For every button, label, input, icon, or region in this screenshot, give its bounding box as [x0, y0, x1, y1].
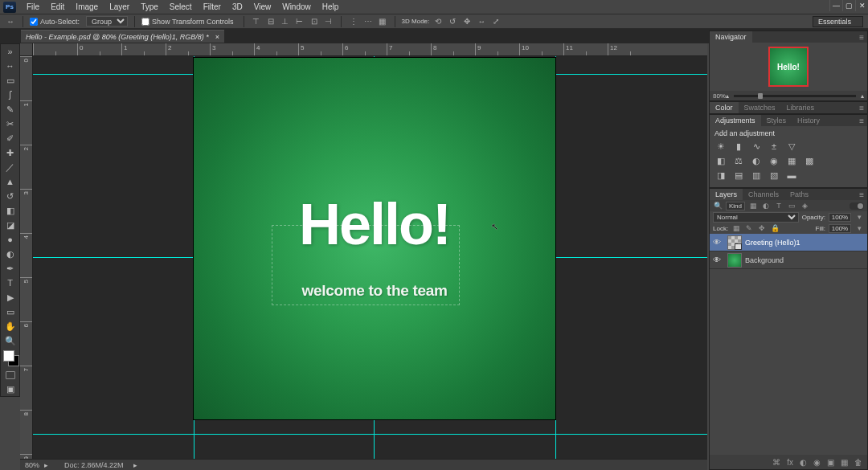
filter-icon[interactable]: 🔍 — [713, 201, 723, 210]
menu-help[interactable]: Help — [317, 1, 345, 13]
crop-tool[interactable]: ✂ — [1, 116, 19, 131]
navigator-thumbnail[interactable]: Hello! — [768, 47, 809, 87]
status-doc-info[interactable]: Doc: 2.86M/4.22M — [64, 461, 124, 469]
filter-shape-icon[interactable]: ▭ — [787, 201, 796, 210]
align-top-icon[interactable]: ⊤ — [251, 16, 262, 27]
channel-mixer-adj-icon[interactable]: ▦ — [785, 155, 798, 166]
zoom-out-icon[interactable]: ▴ — [726, 92, 729, 100]
lock-transparency-icon[interactable]: ▦ — [731, 223, 741, 233]
navigator-body[interactable]: Hello! — [710, 43, 867, 91]
status-flyout-icon[interactable]: ▸ — [133, 461, 137, 469]
auto-select-mode-select[interactable]: Group — [86, 16, 128, 27]
flyout-handle-icon[interactable]: » — [1, 44, 19, 59]
ruler-origin[interactable] — [20, 43, 33, 56]
guide-horizontal[interactable] — [33, 434, 707, 435]
align-vcenter-icon[interactable]: ⊟ — [265, 16, 276, 27]
color-swatch-tool[interactable] — [1, 348, 19, 369]
link-layers-icon[interactable]: ⌘ — [772, 458, 780, 467]
doc-tab-close-icon[interactable]: × — [215, 33, 219, 41]
quick-select-tool[interactable]: ✎ — [1, 102, 19, 116]
tab-history[interactable]: History — [792, 115, 825, 126]
selective-adj-icon[interactable]: ▧ — [768, 170, 780, 181]
align-right-icon[interactable]: ⊣ — [323, 16, 334, 27]
viewport[interactable]: Hello! welcome to the team ↖ — [33, 56, 707, 459]
opacity-value[interactable]: 100% — [829, 213, 851, 222]
doc-tab[interactable]: Hello - Example.psd @ 80% (Greeting (Hel… — [21, 30, 224, 43]
posterize-adj-icon[interactable]: ▤ — [732, 170, 745, 181]
filter-smart-icon[interactable]: ◈ — [800, 201, 809, 210]
tab-channels[interactable]: Channels — [743, 189, 784, 200]
zoom-in-icon[interactable]: ▴ — [861, 92, 864, 100]
healing-tool[interactable]: ✚ — [1, 145, 19, 160]
layer-thumbnail[interactable] — [727, 253, 742, 268]
menu-layer[interactable]: Layer — [104, 1, 135, 13]
workspace-select[interactable]: Essentials — [813, 16, 863, 27]
panel-menu-icon[interactable]: ≡ — [856, 33, 867, 42]
group-icon[interactable]: ▣ — [827, 458, 834, 467]
layer-mask-icon[interactable]: ◐ — [800, 458, 807, 467]
photo-filter-adj-icon[interactable]: ◉ — [768, 155, 780, 166]
menu-select[interactable]: Select — [164, 1, 198, 13]
layer-row[interactable]: 👁Greeting (Hello)1 — [710, 234, 867, 251]
foreground-color-swatch[interactable] — [3, 350, 14, 362]
status-zoom-flyout-icon[interactable]: ▸ — [44, 461, 48, 469]
auto-align-icon[interactable]: ▦ — [377, 16, 388, 27]
navigator-zoom-slider[interactable] — [734, 95, 856, 97]
filter-toggle[interactable] — [850, 202, 864, 210]
fill-value[interactable]: 100% — [829, 224, 851, 233]
align-hcenter-icon[interactable]: ⊡ — [309, 16, 320, 27]
lasso-tool[interactable]: ʃ — [1, 88, 19, 102]
menu-file[interactable]: File — [21, 1, 45, 13]
filter-type-icon[interactable]: T — [774, 201, 784, 210]
levels-adj-icon[interactable]: ▮ — [732, 141, 745, 152]
delete-layer-icon[interactable]: 🗑 — [854, 458, 862, 467]
type-tool[interactable]: T — [1, 276, 19, 290]
bw-adj-icon[interactable]: ◐ — [750, 155, 763, 166]
vibrance-adj-icon[interactable]: ▽ — [785, 141, 798, 152]
filter-pixel-icon[interactable]: ▦ — [748, 201, 758, 210]
hue-adj-icon[interactable]: ◧ — [714, 155, 727, 166]
gradient-map-adj-icon[interactable]: ▬ — [785, 170, 798, 181]
tab-color[interactable]: Color — [710, 102, 739, 113]
invert-adj-icon[interactable]: ◨ — [714, 170, 727, 181]
blur-tool[interactable]: ● — [1, 232, 19, 247]
slide-3d-icon[interactable]: ↔ — [476, 16, 487, 27]
show-transform-checkbox[interactable]: Show Transform Controls — [141, 18, 234, 26]
auto-select-checkbox[interactable]: Auto-Select: — [30, 18, 80, 26]
brightness-adj-icon[interactable]: ☀ — [714, 141, 727, 152]
menu-view[interactable]: View — [248, 1, 277, 13]
brush-tool[interactable]: ／ — [1, 160, 19, 174]
blend-mode-select[interactable]: Normal — [713, 212, 799, 223]
distribute-h-icon[interactable]: ⋮ — [348, 16, 359, 27]
visibility-toggle-icon[interactable]: 👁 — [710, 238, 724, 247]
threshold-adj-icon[interactable]: ▥ — [750, 170, 763, 181]
zoom-tool[interactable]: 🔍 — [1, 333, 19, 348]
screen-mode-button[interactable]: ▣ — [1, 382, 19, 396]
maximize-button[interactable]: ▢ — [842, 0, 855, 11]
tab-paths[interactable]: Paths — [784, 189, 814, 200]
menu-edit[interactable]: Edit — [45, 1, 70, 13]
lock-all-icon[interactable]: 🔒 — [770, 223, 780, 233]
menu-window[interactable]: Window — [276, 1, 317, 13]
history-brush-tool[interactable]: ↺ — [1, 189, 19, 203]
filter-kind-select[interactable]: Kind — [726, 202, 745, 210]
tab-libraries[interactable]: Libraries — [781, 102, 821, 113]
new-layer-icon[interactable]: ▦ — [841, 458, 848, 467]
panel-menu-icon[interactable]: ≡ — [856, 116, 867, 125]
vertical-ruler[interactable]: 0123456789 — [20, 56, 33, 459]
move-tool[interactable]: ↔ — [1, 59, 19, 73]
align-bottom-icon[interactable]: ⊥ — [280, 16, 291, 27]
filter-adjust-icon[interactable]: ◐ — [761, 201, 771, 210]
exposure-adj-icon[interactable]: ± — [768, 141, 780, 152]
tab-adjustments[interactable]: Adjustments — [710, 115, 761, 126]
panel-menu-icon[interactable]: ≡ — [856, 104, 867, 112]
lock-pixels-icon[interactable]: ✎ — [744, 223, 754, 233]
roll-3d-icon[interactable]: ↺ — [447, 16, 458, 27]
eraser-tool[interactable]: ◧ — [1, 203, 19, 218]
orbit-3d-icon[interactable]: ⟲ — [432, 16, 444, 27]
lut-adj-icon[interactable]: ▩ — [803, 155, 816, 166]
distribute-v-icon[interactable]: ⋯ — [362, 16, 374, 27]
colorbal-adj-icon[interactable]: ⚖ — [732, 155, 745, 166]
transform-bounding-box[interactable] — [272, 225, 460, 305]
tab-layers[interactable]: Layers — [710, 189, 743, 200]
